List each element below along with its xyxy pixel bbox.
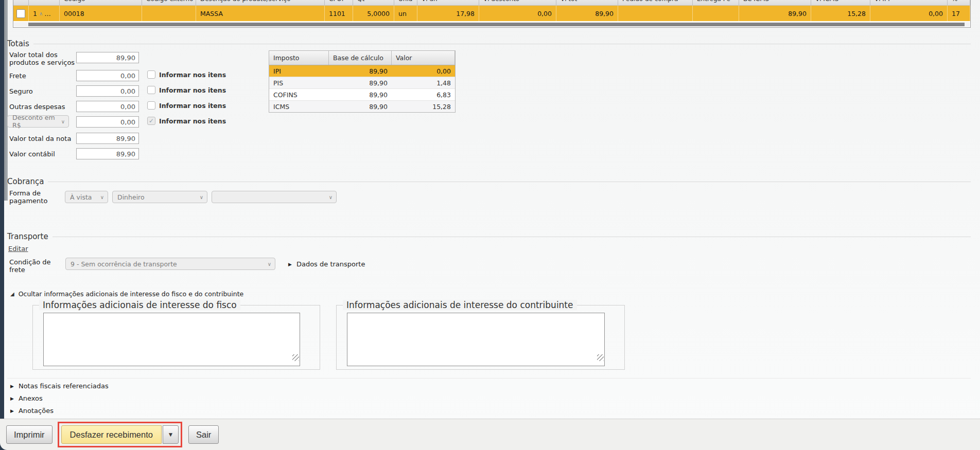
col-vl-desconto: Vl desconto [479, 0, 556, 5]
anexos-toggle[interactable]: ▶ Anexos [10, 394, 43, 402]
col-codigo-externo: Código externo [142, 0, 196, 5]
items-horizontal-scrollbar[interactable] [14, 22, 970, 27]
col-unid: Unid [394, 0, 417, 5]
imposto-valor: 0,00 [392, 65, 455, 77]
imposto-valor: 15,28 [392, 101, 455, 112]
cobranca-section-header: Cobrança [7, 177, 971, 186]
cell-vl-icms: 15,28 [811, 6, 870, 21]
desconto-informar-label: Informar nos itens [159, 117, 226, 125]
imposto-row-pis[interactable]: PIS 89,90 1,48 [269, 77, 455, 89]
totais-section-header: Totais [7, 39, 971, 48]
footer-bar: Imprimir Desfazer recebimento ▼ Sair [0, 419, 980, 450]
editar-link[interactable]: Editar [8, 245, 28, 253]
items-table-header: Código Código externo Descrição do produ… [13, 0, 970, 6]
resize-grip-icon[interactable] [597, 354, 604, 361]
anotacoes-toggle[interactable]: ▶ Anotações [10, 407, 54, 415]
desfazer-recebimento-button[interactable]: Desfazer recebimento [61, 425, 162, 444]
desconto-input[interactable] [76, 116, 139, 128]
cell-pedido [618, 6, 693, 21]
imposto-row-ipi[interactable]: IPI 89,90 0,00 [269, 65, 455, 77]
sair-button[interactable]: Sair [188, 425, 219, 444]
desconto-select-value: Desconto em R$ [12, 114, 58, 129]
outras-informar-group: Informar nos itens [147, 101, 226, 110]
parcelamento-select: À vista ∨ [65, 191, 108, 203]
col-vl-icms: Vl ICMS [811, 0, 870, 5]
imposto-row-icms[interactable]: ICMS 89,90 15,28 [269, 101, 455, 112]
ocultar-informacoes-toggle[interactable]: ◢ Ocultar informações adicionais de inte… [10, 290, 243, 298]
produtos-input[interactable] [76, 52, 139, 63]
frete-label: Frete [9, 72, 26, 80]
chevron-down-icon: ∨ [268, 261, 271, 267]
seguro-input[interactable] [76, 85, 139, 97]
col-codigo: Código [60, 0, 142, 5]
contribuinte-textarea[interactable] [347, 313, 605, 366]
cell-pct: 17 [948, 6, 970, 21]
scrollbar-thumb[interactable] [28, 23, 965, 26]
fisco-fieldset: Informações adicionais de interesse do f… [32, 305, 320, 370]
imposto-row-cofins[interactable]: COFINS 89,90 6,83 [269, 89, 455, 101]
forma-pagamento-label: Forma de pagamento [9, 189, 52, 205]
row-checkbox-cell [13, 6, 29, 21]
fisco-textarea[interactable] [43, 313, 300, 366]
outras-informar-label: Informar nos itens [159, 102, 226, 110]
cell-cfop: 1101 [325, 6, 353, 21]
seguro-label: Seguro [9, 87, 33, 95]
meio-pagamento-value: Dinheiro [117, 193, 145, 201]
cell-vl-ipi: 0,00 [870, 6, 948, 21]
divider [7, 378, 971, 379]
col-vl-un: Vl un [417, 0, 479, 5]
frete-informar-checkbox[interactable] [147, 70, 155, 79]
imprimir-button[interactable]: Imprimir [6, 425, 52, 444]
col-cfop: CFOP [325, 0, 353, 5]
imposto-nome: IPI [269, 65, 329, 77]
triangle-expand-icon: ▶ [10, 408, 14, 413]
vertical-scrollbar[interactable] [4, 0, 8, 201]
cell-descricao: MASSA [196, 6, 325, 21]
imposto-valor: 1,48 [392, 77, 455, 88]
col-vl-ipi: Vl IPI [870, 0, 948, 5]
item-row[interactable]: 1 ∧ … 00018 MASSA 1101 5,0000 un 17,98 0… [13, 6, 970, 21]
desfazer-dropdown-button[interactable]: ▼ [163, 425, 179, 444]
frete-input[interactable] [76, 70, 139, 81]
chevron-down-icon: ∨ [200, 194, 203, 200]
divider [52, 237, 971, 237]
row-more-icon[interactable]: … [44, 10, 51, 17]
sort-up-icon[interactable]: ∧ [39, 11, 43, 16]
outras-despesas-label: Outras despesas [9, 103, 65, 111]
notas-referenciadas-toggle[interactable]: ▶ Notas fiscais referenciadas [10, 382, 109, 390]
col-qt: Qt [353, 0, 394, 5]
parcelamento-value: À vista [70, 193, 92, 201]
row-checkbox[interactable] [16, 9, 25, 18]
impostos-header: Imposto Base de cálculo Valor [269, 51, 455, 65]
outras-informar-checkbox[interactable] [147, 101, 155, 110]
transporte-section-header: Transporte [7, 232, 971, 241]
contabil-input[interactable] [76, 148, 139, 159]
divider [48, 182, 971, 182]
chevron-down-icon: ∨ [61, 119, 65, 124]
seguro-informar-group: Informar nos itens [147, 86, 226, 94]
contribuinte-legend: Informações adicionais de interesse do c… [343, 300, 577, 310]
desconto-select: Desconto em R$ ∨ [7, 115, 69, 128]
ocultar-informacoes-label: Ocultar informações adicionais de intere… [19, 290, 244, 298]
cell-vl-un: 17,98 [417, 6, 479, 21]
outras-despesas-input[interactable] [76, 101, 139, 112]
anotacoes-label: Anotações [19, 407, 54, 415]
dados-transporte-toggle[interactable]: ▶ Dados de transporte [288, 260, 365, 268]
frete-informar-group: Informar nos itens [147, 70, 226, 79]
desconto-informar-group: ✓ Informar nos itens [147, 117, 226, 125]
cell-vl-tot: 89,90 [556, 6, 618, 21]
cell-codigo: 00018 [60, 6, 142, 21]
cell-codigo-externo [142, 6, 196, 21]
contabil-label: Valor contábil [9, 150, 55, 158]
col-number [29, 0, 60, 5]
chevron-down-icon: ∨ [329, 194, 332, 200]
resize-grip-icon[interactable] [292, 354, 299, 361]
col-entrega: Entrega Pe [693, 0, 739, 5]
total-nota-input[interactable] [76, 133, 139, 144]
total-nota-label: Valor total da nota [9, 135, 71, 142]
pagamento-extra-select: ∨ [212, 191, 337, 203]
seguro-informar-checkbox[interactable] [147, 86, 155, 94]
col-bc-icms: BC ICMS [739, 0, 811, 5]
desconto-informar-checkbox: ✓ [147, 117, 155, 125]
invoice-page: Código Código externo Descrição do produ… [0, 0, 980, 450]
